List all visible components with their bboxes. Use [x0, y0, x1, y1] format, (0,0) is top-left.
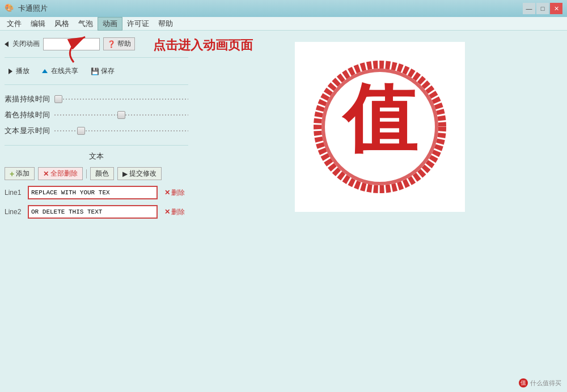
- preview-area: 值: [295, 42, 465, 212]
- slider-line-sketch: [54, 99, 188, 100]
- arrow-left-icon: [5, 41, 9, 47]
- slider-label-color: 着色持续时间: [5, 110, 50, 120]
- main-content: 关闭动画 ❓ 帮助 播放 在线共享: [0, 31, 567, 392]
- title-bar: 🎨 卡通照片 — □ ✕: [0, 0, 567, 17]
- text-toolbar: + 添加 ✕ 全部删除 颜色 ▶ 提交修改: [5, 166, 188, 181]
- submit-label: 提交修改: [129, 169, 156, 178]
- close-button[interactable]: ✕: [550, 3, 562, 14]
- line-row-2: Line2 ✕ 删除: [5, 204, 188, 220]
- slider-row-sketch: 素描持续时间: [5, 94, 188, 104]
- share-button[interactable]: 在线共享: [38, 65, 82, 78]
- divider-1: [5, 57, 188, 58]
- separator-1: [86, 169, 87, 178]
- line1-delete-button[interactable]: ✕ 删除: [161, 187, 188, 199]
- menu-edit[interactable]: 编辑: [26, 18, 50, 30]
- close-animation-button[interactable]: 关闭动画: [5, 39, 40, 49]
- slider-row-color: 着色持续时间: [5, 110, 188, 120]
- save-label: 保存: [101, 66, 115, 76]
- menu-file[interactable]: 文件: [2, 18, 26, 30]
- divider-3: [5, 145, 188, 146]
- slider-thumb-color[interactable]: [117, 111, 125, 119]
- menu-bubble[interactable]: 气泡: [74, 18, 98, 30]
- menu-animation[interactable]: 动画: [98, 17, 122, 31]
- text-section: 文本 + 添加 ✕ 全部删除 颜色 ▶: [5, 150, 188, 220]
- menu-license[interactable]: 许可证: [122, 18, 154, 30]
- slider-track-sketch[interactable]: [54, 95, 188, 104]
- menu-bar: 文件 编辑 风格 气泡 动画 许可证 帮助: [0, 17, 567, 31]
- slider-label-text: 文本显示时间: [5, 126, 50, 136]
- add-label: 添加: [16, 169, 29, 178]
- line2-delete-label: 删除: [171, 207, 185, 217]
- line2-input[interactable]: [28, 205, 158, 219]
- svg-text:值: 值: [341, 78, 418, 160]
- plus-icon: +: [10, 169, 14, 178]
- help-label: 帮助: [117, 39, 131, 49]
- stamp-image: 值: [309, 56, 451, 198]
- delete-all-button[interactable]: ✕ 全部删除: [38, 167, 83, 180]
- line-row-1: Line1 ✕ 删除: [5, 185, 188, 201]
- submit-button[interactable]: ▶ 提交修改: [117, 167, 162, 180]
- line2-delete-button[interactable]: ✕ 删除: [161, 206, 188, 218]
- window-title: 卡通照片: [18, 3, 48, 14]
- share-label: 在线共享: [51, 66, 78, 76]
- app-icon: 🎨: [5, 3, 15, 14]
- text-section-title: 文本: [5, 150, 188, 163]
- title-bar-left: 🎨 卡通照片: [5, 3, 48, 14]
- play-label: 播放: [16, 66, 29, 76]
- line1-input[interactable]: [28, 186, 158, 199]
- watermark: 值 什么值得买: [519, 378, 561, 387]
- left-panel: 关闭动画 ❓ 帮助 播放 在线共享: [0, 31, 193, 392]
- divider-2: [5, 84, 188, 85]
- close-anim-label: 关闭动画: [12, 39, 40, 49]
- play-button[interactable]: 播放: [5, 65, 33, 78]
- add-text-button[interactable]: + 添加: [5, 167, 35, 180]
- submit-icon: ▶: [122, 170, 128, 178]
- share-icon: [42, 69, 48, 73]
- line1-label: Line1: [5, 189, 24, 197]
- save-icon: 💾: [91, 67, 99, 75]
- animation-name-input[interactable]: [43, 38, 100, 50]
- help-button[interactable]: ❓ 帮助: [103, 37, 135, 50]
- line2-label: Line2: [5, 208, 24, 216]
- color-button[interactable]: 颜色: [90, 167, 114, 180]
- right-panel: 值: [193, 31, 567, 392]
- delete-all-icon: ✕: [43, 170, 49, 178]
- slider-line-text: [54, 130, 188, 131]
- slider-label-sketch: 素描持续时间: [5, 94, 50, 104]
- slider-thumb-sketch[interactable]: [54, 95, 62, 103]
- slider-line-color: [54, 114, 188, 116]
- window-controls: — □ ✕: [523, 3, 562, 14]
- save-button[interactable]: 💾 保存: [87, 65, 119, 78]
- line1-delete-label: 删除: [171, 188, 185, 198]
- help-icon: ❓: [107, 40, 116, 48]
- restore-button[interactable]: □: [536, 3, 549, 14]
- slider-track-text[interactable]: [54, 126, 188, 135]
- sliders-section: 素描持续时间 着色持续时间 文本显示: [5, 90, 188, 140]
- slider-row-text: 文本显示时间: [5, 126, 188, 136]
- top-controls: 关闭动画 ❓ 帮助: [5, 35, 188, 53]
- menu-style[interactable]: 风格: [50, 18, 74, 30]
- watermark-icon: 值: [519, 378, 528, 387]
- line2-delete-icon: ✕: [164, 208, 170, 216]
- watermark-text: 什么值得买: [530, 379, 561, 387]
- minimize-button[interactable]: —: [523, 3, 535, 14]
- slider-thumb-text[interactable]: [77, 127, 85, 135]
- menu-help[interactable]: 帮助: [154, 18, 177, 30]
- play-icon: [9, 69, 12, 74]
- delete-all-label: 全部删除: [50, 169, 78, 178]
- main-window: 🎨 卡通照片 — □ ✕ 文件 编辑 风格 气泡 动画 许可证 帮助 关闭动画: [0, 0, 567, 392]
- line1-delete-icon: ✕: [164, 189, 170, 197]
- slider-track-color[interactable]: [54, 110, 188, 120]
- color-label: 颜色: [95, 169, 109, 178]
- toolbar-row: 播放 在线共享 💾 保存: [5, 62, 188, 80]
